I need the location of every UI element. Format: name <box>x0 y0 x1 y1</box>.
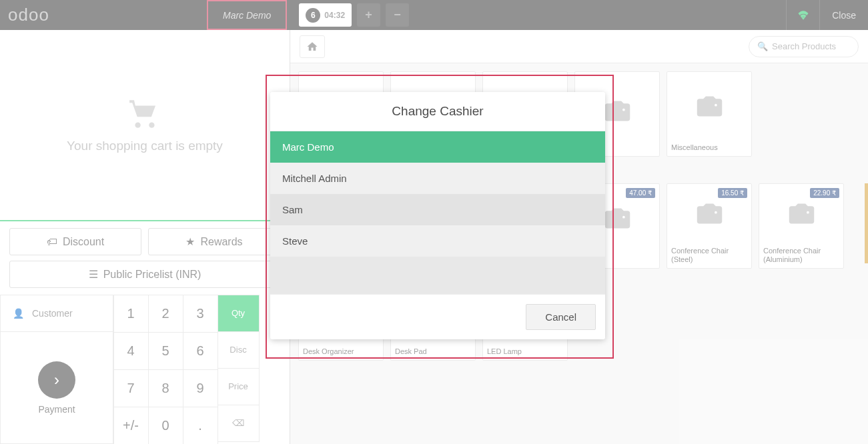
modal-spacer <box>270 257 605 294</box>
cashier-option[interactable]: Mitchell Admin <box>270 163 605 194</box>
modal-title: Change Cashier <box>270 92 605 131</box>
change-cashier-modal: Change Cashier Marc DemoMitchell AdminSa… <box>270 92 605 339</box>
cashier-option[interactable]: Sam <box>270 194 605 225</box>
cashier-option[interactable]: Marc Demo <box>270 131 605 163</box>
cashier-option[interactable]: Steve <box>270 225 605 257</box>
cancel-button[interactable]: Cancel <box>526 304 596 330</box>
cashier-list: Marc DemoMitchell AdminSamSteve <box>270 131 605 257</box>
